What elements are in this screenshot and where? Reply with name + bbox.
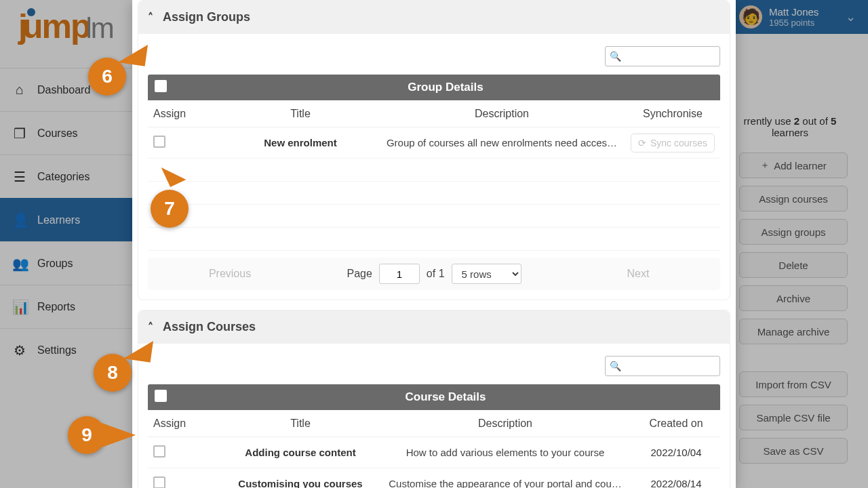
delete-button[interactable]: Delete (739, 252, 848, 278)
assign-group-checkbox[interactable] (153, 136, 165, 148)
assign-courses-button[interactable]: Assign courses (739, 186, 848, 211)
previous-button[interactable]: Previous (152, 268, 308, 280)
archive-button[interactable]: Archive (739, 285, 848, 311)
select-all-groups-checkbox[interactable] (155, 80, 167, 92)
assign-groups-header[interactable]: ˄ Assign Groups (138, 1, 730, 34)
course-title: Adding course content (222, 447, 378, 458)
people-icon: 👥 (12, 256, 27, 272)
panel-title: Assign Courses (163, 320, 256, 334)
course-date: 2022/10/04 (632, 447, 720, 458)
table-row (148, 205, 720, 228)
panel-title: Assign Groups (163, 10, 250, 24)
sidebar-item-reports[interactable]: 📊Reports (0, 285, 132, 328)
course-description: Customise the appearance of your portal … (378, 478, 632, 488)
group-title: New enrolment (222, 137, 378, 148)
sidebar-item-categories[interactable]: ☰Categories (0, 155, 132, 198)
groups-columns: Assign Title Description Synchronise (148, 100, 720, 127)
courses-search-input[interactable]: 🔍 (605, 356, 720, 376)
select-all-courses-checkbox[interactable] (155, 390, 167, 402)
table-row (148, 159, 720, 182)
import-csv-button[interactable]: Import from CSV (739, 371, 848, 397)
avatar: 🧑 (739, 5, 762, 28)
user-points: 1955 points (769, 18, 818, 28)
next-button[interactable]: Next (560, 268, 716, 280)
chevron-up-icon: ˄ (148, 321, 153, 333)
course-description: How to add various elements to your cour… (378, 447, 632, 458)
brand-logo: jjumpumplm (10, 7, 117, 46)
user-menu[interactable]: 🧑 Matt Jones 1955 points ⌄ (732, 0, 868, 34)
groups-pager: Previous Page of 1 5 rows Next (148, 258, 720, 290)
group-row: New enrolment Group of courses all new e… (148, 127, 720, 159)
sidebar: ⌂Dashboard ❒Courses ☰Categories 👤Learner… (0, 68, 132, 371)
callout-7: 7 (151, 190, 189, 228)
assign-courses-header[interactable]: ˄ Assign Courses (138, 310, 730, 344)
list-icon: ☰ (12, 169, 27, 185)
callout-6: 6 (88, 58, 126, 96)
action-panel: ＋Add learner Assign courses Assign group… (739, 152, 848, 464)
page-input[interactable] (379, 264, 420, 284)
save-csv-button[interactable]: Save as CSV (739, 438, 848, 464)
book-icon: ❒ (12, 125, 27, 142)
course-row: Adding course content How to add various… (148, 437, 720, 468)
user-name: Matt Jones (769, 6, 818, 18)
table-row (148, 228, 720, 251)
plus-icon: ＋ (760, 159, 770, 171)
assign-groups-button[interactable]: Assign groups (739, 219, 848, 245)
assign-course-checkbox[interactable] (153, 445, 165, 458)
usage-summary: rrently use 2 out of 5learners (732, 115, 848, 138)
course-row: Customising you courses Customise the ap… (148, 468, 720, 488)
courses-table-header: Course Details (148, 384, 720, 410)
gear-icon: ⚙ (12, 342, 27, 359)
chevron-up-icon: ˄ (148, 11, 153, 24)
rows-select[interactable]: 5 rows (452, 264, 521, 284)
search-icon: 🔍 (610, 51, 621, 62)
groups-table-header: Group Details (148, 75, 720, 100)
home-icon: ⌂ (12, 82, 27, 98)
group-description: Group of courses all new enrolments need… (378, 137, 625, 148)
table-row (148, 182, 720, 205)
sidebar-item-learners[interactable]: 👤Learners (0, 198, 132, 241)
courses-columns: Assign Title Description Created on (148, 410, 720, 437)
assign-groups-panel: ˄ Assign Groups 🔍 Group Details Assign T… (138, 0, 730, 300)
refresh-icon: ⟳ (638, 138, 646, 148)
course-title: Customising you courses (222, 478, 378, 488)
chevron-down-icon: ⌄ (846, 9, 856, 24)
add-learner-button[interactable]: ＋Add learner (739, 152, 848, 178)
chart-icon: 📊 (12, 299, 27, 315)
assign-courses-panel: ˄ Assign Courses 🔍 Course Details Assign… (138, 310, 730, 488)
person-icon: 👤 (12, 212, 27, 228)
groups-search-input[interactable]: 🔍 (605, 46, 720, 66)
course-date: 2022/08/14 (632, 478, 720, 488)
manage-archive-button[interactable]: Manage archive (739, 319, 848, 344)
callout-8: 8 (94, 354, 132, 392)
assign-course-checkbox[interactable] (153, 476, 165, 488)
sample-csv-button[interactable]: Sample CSV file (739, 405, 848, 430)
callout-9: 9 (68, 416, 106, 454)
sidebar-item-groups[interactable]: 👥Groups (0, 241, 132, 285)
sync-courses-button[interactable]: ⟳Sync courses (631, 134, 715, 152)
search-icon: 🔍 (610, 361, 621, 371)
assign-dialog: ˄ Assign Groups 🔍 Group Details Assign T… (132, 0, 736, 488)
sidebar-item-courses[interactable]: ❒Courses (0, 111, 132, 155)
